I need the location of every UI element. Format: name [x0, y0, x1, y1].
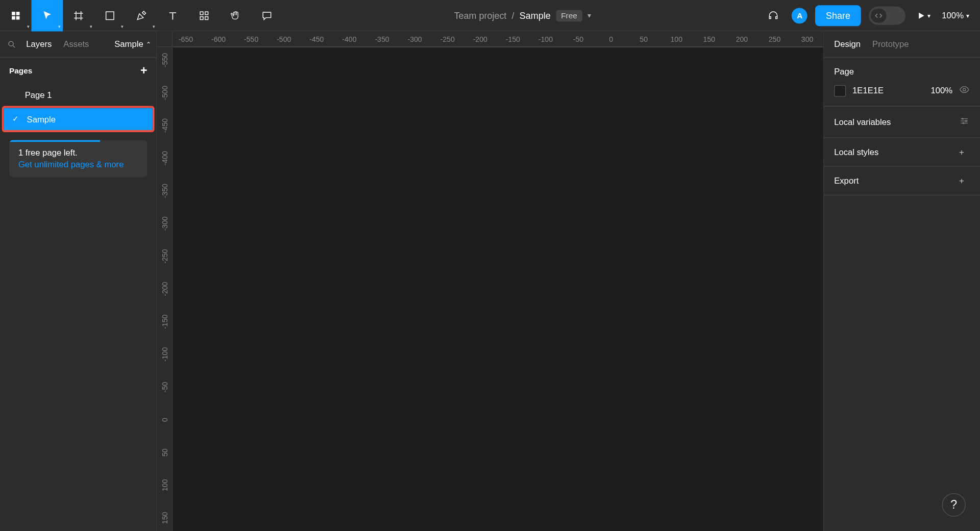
section-local-variables[interactable]: Local variables — [824, 107, 980, 138]
chevron-down-icon: ▾ — [58, 24, 61, 29]
comment-icon — [261, 10, 273, 21]
plus-icon[interactable]: + — [959, 147, 970, 157]
ruler-tick: -500 — [277, 35, 291, 43]
hand-tool-button[interactable] — [220, 0, 252, 31]
canvas[interactable] — [173, 47, 823, 531]
ruler-tick: -100 — [161, 347, 168, 362]
svg-rect-7 — [200, 16, 203, 19]
ruler-tick: -250 — [440, 35, 455, 43]
ruler-tick: -450 — [309, 35, 324, 43]
page-dropdown[interactable]: Sample ⌃ — [114, 39, 151, 49]
frame-tool-button[interactable]: ▾ — [63, 0, 94, 31]
section-export[interactable]: Export + — [824, 167, 980, 195]
svg-point-9 — [9, 41, 13, 46]
tab-design[interactable]: Design — [834, 39, 861, 49]
chevron-down-icon: ▾ — [966, 12, 969, 19]
shape-tool-button[interactable]: ▾ — [94, 0, 126, 31]
ruler-tick: 100 — [161, 479, 168, 491]
audio-button[interactable] — [763, 5, 784, 26]
right-panel-tabs: Design Prototype — [824, 32, 980, 58]
ruler-tick: -550 — [244, 35, 258, 43]
toolbar-left: ▾ ▾ ▾ ▾ ▾ — [0, 0, 283, 31]
zoom-value: 100% — [942, 11, 964, 20]
pen-tool-button[interactable]: ▾ — [126, 0, 157, 31]
toolbar-right: A Share ▾ 100% ▾ — [763, 5, 980, 26]
svg-point-13 — [963, 122, 964, 124]
chevron-down-icon: ▾ — [153, 24, 155, 29]
upsell-line1: 1 free page left. — [18, 148, 138, 158]
zoom-control[interactable]: 100% ▾ — [942, 11, 969, 20]
tab-prototype[interactable]: Prototype — [872, 39, 909, 49]
page-item[interactable]: Page 1 — [0, 84, 156, 106]
dev-mode-toggle[interactable] — [869, 6, 905, 24]
project-name[interactable]: Team project — [454, 10, 507, 21]
svg-rect-1 — [16, 11, 20, 15]
add-page-button[interactable]: + — [140, 64, 147, 78]
svg-rect-2 — [12, 16, 15, 19]
sliders-icon[interactable] — [959, 116, 970, 128]
search-icon — [7, 40, 16, 49]
page-dropdown-label: Sample — [114, 39, 143, 49]
user-avatar[interactable]: A — [792, 8, 807, 23]
share-button[interactable]: Share — [816, 5, 861, 26]
ruler-tick: -150 — [506, 35, 520, 43]
ruler-tick: 150 — [161, 512, 168, 524]
main-menu-button[interactable]: ▾ — [0, 0, 32, 31]
headphones-icon — [768, 10, 779, 21]
right-panel: Design Prototype Page 1E1E1E 100% Local … — [823, 32, 980, 531]
text-icon — [167, 10, 179, 21]
present-button[interactable]: ▾ — [913, 5, 934, 26]
local-styles-label: Local styles — [834, 147, 878, 157]
dev-mode-handle — [871, 8, 887, 22]
chevron-down-icon: ▾ — [90, 24, 92, 29]
tab-assets[interactable]: Assets — [60, 37, 93, 52]
page-item[interactable]: ✓ Sample — [4, 108, 153, 131]
visibility-toggle[interactable] — [959, 84, 970, 96]
page-background-row: 1E1E1E 100% — [834, 84, 969, 96]
play-icon — [917, 11, 926, 20]
resources-icon — [198, 10, 210, 21]
page-item-label: Page 1 — [25, 90, 52, 99]
plus-icon[interactable]: + — [959, 176, 970, 186]
ruler-tick: -600 — [211, 35, 226, 43]
comment-tool-button[interactable] — [251, 0, 283, 31]
text-tool-button[interactable] — [157, 0, 189, 31]
page-item-label: Sample — [27, 114, 56, 124]
svg-rect-4 — [106, 11, 114, 19]
svg-point-10 — [963, 88, 966, 91]
color-opacity-input[interactable]: 100% — [931, 86, 953, 95]
code-icon — [874, 11, 883, 20]
ruler-vertical[interactable]: -550-500-450-400-350-300-250-200-150-100… — [157, 47, 173, 531]
hand-icon — [230, 10, 241, 21]
tab-layers[interactable]: Layers — [22, 37, 56, 52]
canvas-area: -650-600-550-500-450-400-350-300-250-200… — [157, 32, 823, 531]
local-variables-label: Local variables — [834, 117, 891, 127]
ruler-tick: -450 — [161, 118, 168, 133]
chevron-down-icon[interactable]: ▾ — [587, 11, 592, 20]
left-panel: Layers Assets Sample ⌃ Pages + Page 1 ✓ … — [0, 32, 157, 531]
ruler-tick: -50 — [573, 35, 583, 43]
svg-rect-6 — [205, 11, 208, 14]
ruler-tick: -300 — [407, 35, 422, 43]
search-button[interactable] — [5, 40, 18, 49]
ruler-tick: -250 — [161, 249, 168, 263]
ruler-tick: -50 — [161, 382, 168, 392]
pages-header-label: Pages — [9, 66, 32, 75]
ruler-horizontal[interactable]: -650-600-550-500-450-400-350-300-250-200… — [173, 32, 823, 47]
section-local-styles[interactable]: Local styles + — [824, 138, 980, 167]
ruler-tick: 100 — [671, 35, 683, 43]
upsell-card[interactable]: 1 free page left. Get unlimited pages & … — [9, 140, 147, 177]
upsell-link[interactable]: Get unlimited pages & more — [18, 160, 138, 169]
chevron-down-icon: ▾ — [927, 12, 930, 19]
color-swatch[interactable] — [834, 85, 846, 96]
color-hex-input[interactable]: 1E1E1E — [852, 86, 884, 95]
resources-button[interactable] — [188, 0, 220, 31]
chevron-down-icon: ▾ — [121, 24, 124, 29]
file-name[interactable]: Sample — [520, 10, 551, 21]
ruler-tick: -350 — [161, 184, 168, 198]
pages-header: Pages + — [0, 58, 156, 84]
ruler-tick: -200 — [473, 35, 487, 43]
move-tool-button[interactable]: ▾ — [32, 0, 63, 31]
help-button[interactable]: ? — [942, 493, 966, 517]
ruler-tick: 200 — [736, 35, 748, 43]
